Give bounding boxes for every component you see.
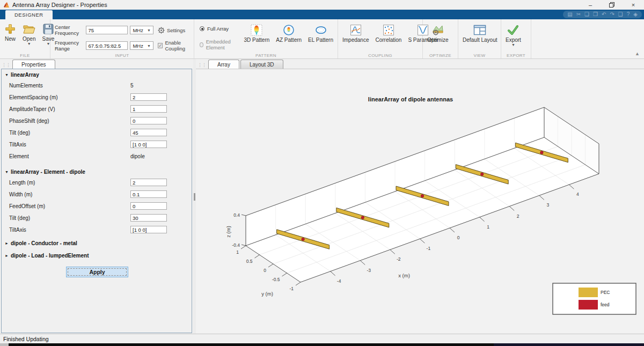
toolstrip-section-input: Center Frequency MHz ▼ Settings bbox=[50, 19, 194, 58]
el-pattern-button[interactable]: EL Pattern bbox=[305, 20, 336, 43]
restore-button[interactable] bbox=[601, 0, 623, 10]
panel-drag-handle[interactable]: ⋮⋮ bbox=[197, 62, 206, 68]
az-pattern-button[interactable]: AZ Pattern bbox=[273, 20, 305, 43]
property-label: Tilt (deg) bbox=[9, 215, 130, 221]
collapse-toolstrip-icon[interactable]: ▲ bbox=[635, 51, 640, 56]
tilt-deg-input[interactable] bbox=[130, 214, 167, 222]
status-bar: Finished Updating bbox=[0, 334, 644, 343]
tick-label: -2 bbox=[397, 256, 401, 262]
x-tick bbox=[360, 261, 365, 265]
app-icon bbox=[3, 2, 10, 8]
frequency-range-label: Frequency Range bbox=[55, 40, 84, 51]
section-header-lineararray-element-dipole[interactable]: ▼linearArray - Element - dipole bbox=[2, 166, 192, 176]
save-dropdown-caret[interactable]: ▼ bbox=[46, 42, 50, 46]
tick-label: 0 bbox=[457, 235, 460, 240]
panel-drag-handle[interactable]: ⋮⋮ bbox=[2, 62, 10, 68]
properties-panel-body: ▼linearArrayNumElements5ElementSpacing (… bbox=[1, 69, 192, 333]
frequency-range-input[interactable] bbox=[86, 41, 128, 50]
impedance-button[interactable]: Impedance bbox=[339, 20, 372, 43]
correlation-button[interactable]: Correlation bbox=[372, 20, 405, 43]
property-row-length-m: Length (m) bbox=[2, 176, 192, 188]
toolstrip: New Open ▼ bbox=[0, 19, 644, 59]
enable-coupling-label: Enable Coupling bbox=[165, 40, 191, 51]
open-dropdown-caret[interactable]: ▼ bbox=[27, 42, 31, 46]
center-frequency-unit-dropdown[interactable]: MHz ▼ bbox=[130, 26, 153, 34]
length-m-input[interactable] bbox=[130, 179, 167, 186]
save-icon[interactable]: ▤ bbox=[567, 12, 572, 17]
export-dropdown-caret[interactable]: ▼ bbox=[511, 43, 515, 47]
default-layout-button[interactable]: Default Layout bbox=[459, 20, 501, 43]
new-button-label: New bbox=[5, 36, 16, 42]
property-row-elementspacing-m: ElementSpacing (m) bbox=[2, 91, 192, 103]
y-tick bbox=[296, 282, 301, 285]
section-header-dipole-conductor-metal[interactable]: ►dipole - Conductor - metal bbox=[2, 235, 192, 248]
tiltaxis-input[interactable] bbox=[130, 226, 167, 233]
toolstrip-section-coupling: Impedance Correlation S Parameter bbox=[338, 19, 423, 58]
open-button[interactable]: Open ▼ bbox=[19, 20, 39, 51]
close-button[interactable]: × bbox=[623, 0, 644, 10]
3d-pattern-button[interactable]: 3D Pattern bbox=[240, 20, 273, 43]
copy-icon[interactable]: ❏ bbox=[584, 12, 589, 17]
redo-icon[interactable]: ↷ bbox=[610, 12, 614, 17]
triangle-collapsed-icon: ► bbox=[5, 241, 9, 245]
tick-label: -4 bbox=[337, 278, 341, 284]
width-m-input[interactable] bbox=[130, 190, 167, 198]
array-3d-plot[interactable]: 0.4-0.4z (m)10.50-0.5-1y (m)-4-3-2-10123… bbox=[196, 69, 644, 333]
optimize-button[interactable]: Optimize bbox=[424, 20, 451, 43]
enable-coupling-checkbox[interactable]: ✓ Enable Coupling bbox=[156, 40, 191, 51]
apply-button[interactable]: Apply bbox=[66, 267, 128, 277]
main-area: ⋮⋮ Properties ▼linearArrayNumElements5El… bbox=[0, 59, 644, 334]
frequency-range-unit-dropdown[interactable]: MHz ▼ bbox=[130, 41, 153, 50]
plot-panel: ⋮⋮ Array Layout 3D 0.4-0.4z (m)10.50-0.5… bbox=[196, 59, 644, 334]
community-icon[interactable]: ◈ bbox=[633, 12, 638, 17]
phaseshift-deg-input[interactable] bbox=[130, 117, 167, 124]
x-tick bbox=[331, 271, 335, 276]
paste-icon[interactable]: ❐ bbox=[593, 12, 598, 17]
tick-label: 2 bbox=[517, 214, 519, 219]
tab-array[interactable]: Array bbox=[208, 60, 239, 69]
y-axis-label: y (m) bbox=[261, 291, 273, 297]
center-frequency-input[interactable] bbox=[86, 26, 128, 34]
legend-swatch-feed bbox=[579, 300, 598, 310]
amplitudetaper-v-input[interactable] bbox=[130, 105, 167, 113]
window-icon[interactable]: ❑ bbox=[618, 12, 623, 17]
triangle-expanded-icon: ▼ bbox=[5, 73, 9, 77]
section-header-dipole-load-lumpedelement[interactable]: ►dipole - Load - lumpedElement bbox=[2, 248, 192, 260]
plot-title: linearArray of dipole antennas bbox=[368, 96, 453, 102]
cut-icon[interactable]: ✂ bbox=[576, 12, 581, 17]
correlation-icon bbox=[383, 23, 394, 37]
element-value: dipole bbox=[130, 153, 145, 159]
x-tick bbox=[509, 207, 514, 211]
feedoffset-m-input[interactable] bbox=[130, 202, 167, 210]
minimize-button[interactable]: – bbox=[580, 0, 601, 10]
numelements-value: 5 bbox=[130, 83, 134, 89]
section-header-lineararray[interactable]: ▼linearArray bbox=[2, 69, 192, 79]
quick-access-toolbar: ▤✂❏❐↶↷❑?◈ bbox=[563, 11, 642, 18]
tab-designer[interactable]: DESIGNER bbox=[5, 10, 53, 19]
tilt-deg-input[interactable] bbox=[130, 129, 167, 136]
property-row-amplitudetaper-v: AmplitudeTaper (V) bbox=[2, 103, 192, 115]
new-button[interactable]: New bbox=[1, 20, 19, 51]
help-icon[interactable]: ? bbox=[627, 12, 630, 17]
elementspacing-m-input[interactable] bbox=[130, 93, 167, 101]
view-section-label: VIEW bbox=[458, 53, 501, 58]
export-button[interactable]: Export ▼ bbox=[502, 20, 524, 47]
x-tick bbox=[390, 249, 395, 254]
tab-layout-3d[interactable]: Layout 3D bbox=[240, 60, 283, 69]
settings-button[interactable]: Settings bbox=[156, 27, 191, 34]
tick-label: 0.5 bbox=[246, 259, 253, 264]
tick-label: 0.4 bbox=[233, 212, 240, 218]
az-pattern-icon bbox=[282, 23, 295, 37]
tab-properties[interactable]: Properties bbox=[12, 60, 55, 69]
restore-icon bbox=[609, 2, 614, 8]
full-array-radio[interactable]: Full Array bbox=[200, 26, 236, 32]
plot-area: 0.4-0.4z (m)10.50-0.5-1y (m)-4-3-2-10123… bbox=[196, 69, 644, 333]
tick-label: -1 bbox=[289, 286, 294, 291]
property-label: Width (m) bbox=[9, 192, 130, 197]
legend-label-pec: PEC bbox=[601, 290, 610, 295]
tick-label: 0 bbox=[264, 268, 266, 273]
section-header-label: linearArray - Element - dipole bbox=[11, 169, 85, 175]
embedded-element-radio[interactable]: Embedded Element bbox=[200, 39, 236, 50]
undo-icon[interactable]: ↶ bbox=[602, 12, 606, 17]
tiltaxis-input[interactable] bbox=[130, 141, 167, 148]
